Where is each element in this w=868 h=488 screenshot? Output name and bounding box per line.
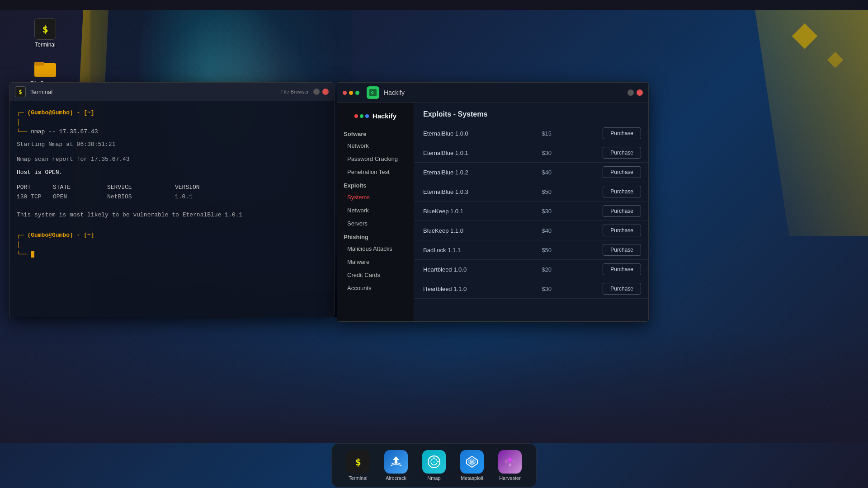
dock-nmap-icon (422, 450, 446, 474)
exploits-table: EternalBlue 1.0.0 $15 Purchase EternalBl… (414, 124, 648, 299)
purchase-button[interactable]: Purchase (603, 147, 641, 159)
folder-icon (34, 57, 56, 79)
table-row: BlueKeep 1.1.0 $40 Purchase (414, 221, 648, 240)
exploit-price: $30 (534, 143, 561, 163)
logo-dot-green (360, 114, 363, 118)
svg-rect-3 (372, 92, 374, 93)
dock-item-metasploit[interactable]: M Metasploit (455, 448, 489, 483)
dock-terminal-icon: $ (346, 450, 370, 474)
sidebar-item-malicious-attacks[interactable]: Malicious Attacks (337, 242, 414, 255)
purchase-button[interactable]: Purchase (603, 225, 641, 236)
vuln-text: This system is most likely to be vulnera… (17, 211, 242, 218)
exploit-price: $15 (534, 124, 561, 143)
terminal-close-button[interactable] (322, 89, 329, 95)
terminal-window-controls (313, 89, 329, 95)
terminal-cursor (31, 251, 34, 258)
terminal-icon-label: Terminal (35, 42, 55, 48)
terminal-window-icon: $ (15, 86, 26, 97)
sidebar-section-exploits: Exploits (337, 178, 414, 191)
sidebar-item-network-exploits[interactable]: Network (337, 204, 414, 217)
table-row: BlueKeep 1.0.1 $30 Purchase (414, 202, 648, 221)
col-version: VERSION (175, 183, 229, 192)
hackify-minimize-button[interactable] (627, 89, 634, 96)
table-row: BadLock 1.1.1 $50 Purchase (414, 240, 648, 260)
hackify-titlebar: Hackify (337, 83, 648, 103)
exploit-buy-cell: Purchase (561, 240, 648, 260)
sidebar-item-network-sofware[interactable]: Network (337, 139, 414, 152)
exploit-price: $50 (534, 182, 561, 202)
purchase-button[interactable]: Purchase (603, 127, 641, 139)
exploits-section-header: Exploits - Systems (414, 103, 648, 124)
purchase-button[interactable]: Purchase (603, 263, 641, 275)
sidebar-item-malware[interactable]: Malware (337, 255, 414, 268)
logo-dot-red (354, 114, 358, 118)
sidebar-item-servers[interactable]: Servers (337, 217, 414, 230)
port-table-row: 130 TCP OPEN NetBIOS 1.0.1 (17, 192, 327, 202)
table-row: Heartbleed 1.1.0 $30 Purchase (414, 279, 648, 299)
state-value: OPEN (53, 192, 107, 202)
dock-nmap-label: Nmap (427, 475, 440, 481)
exploit-name: BlueKeep 1.1.0 (414, 221, 534, 240)
terminal-window-subtitle: File Browser (281, 89, 309, 94)
dock-item-airocrack[interactable]: Airocrack (379, 448, 413, 483)
table-row: EternalBlue 1.0.2 $40 Purchase (414, 163, 648, 182)
dock-airocrack-icon (384, 450, 408, 474)
sidebar-section-sofware: Sofware (337, 127, 414, 139)
dock-terminal-label: Terminal (349, 475, 368, 481)
col-service: SERVICE (107, 183, 175, 192)
dock-item-harvester[interactable]: Harvester (493, 448, 527, 483)
prompt-line-1: ┌─ (Gumbo@Gumbo) - [~] (17, 109, 94, 116)
taskbar-dock: $ Terminal Airocrack (331, 443, 537, 488)
purchase-button[interactable]: Purchase (603, 244, 641, 256)
taskbar-bottom: $ Terminal Airocrack (0, 443, 868, 488)
table-row: EternalBlue 1.0.0 $15 Purchase (414, 124, 648, 143)
table-row: EternalBlue 1.0.1 $30 Purchase (414, 143, 648, 163)
exploit-buy-cell: Purchase (561, 124, 648, 143)
sidebar-item-penetration-test[interactable]: Penetration Test (337, 165, 414, 178)
exploit-price: $50 (534, 240, 561, 260)
terminal-content-area[interactable]: ┌─ (Gumbo@Gumbo) - [~] │ └── nmap -- 17.… (9, 101, 334, 317)
dock-harvester-icon (498, 450, 522, 474)
dock-harvester-label: Harvester (499, 475, 521, 481)
prompt-indent-4: └── (17, 251, 27, 258)
bg-bottom-gradient (0, 330, 868, 443)
terminal-titlebar: $ Terminal File Browser (9, 83, 334, 101)
exploit-name: BadLock 1.1.1 (414, 240, 534, 260)
exploit-buy-cell: Purchase (561, 163, 648, 182)
dock-item-terminal[interactable]: $ Terminal (341, 448, 375, 483)
sidebar-item-accounts[interactable]: Accounts (337, 282, 414, 295)
table-row: EternalBlue 1.0.3 $50 Purchase (414, 182, 648, 202)
sidebar-item-credit-cards[interactable]: Credit Cards (337, 268, 414, 282)
dock-item-nmap[interactable]: Nmap (417, 448, 451, 483)
exploit-price: $40 (534, 221, 561, 240)
dot-green (355, 91, 359, 95)
version-value: 1.0.1 (175, 192, 229, 202)
purchase-button[interactable]: Purchase (603, 166, 641, 178)
exploit-name: EternalBlue 1.0.0 (414, 124, 534, 143)
dock-airocrack-label: Airocrack (386, 475, 406, 481)
exploit-buy-cell: Purchase (561, 279, 648, 299)
prompt-indent-2: └── (17, 128, 27, 135)
hackify-window: Hackify Hackify Sofware Network Password… (337, 82, 649, 322)
sidebar-item-systems[interactable]: Systems (337, 191, 414, 204)
col-state: STATE (53, 183, 107, 192)
exploit-price: $30 (534, 279, 561, 299)
exploit-name: EternalBlue 1.0.3 (414, 182, 534, 202)
hackify-close-button[interactable] (637, 89, 643, 96)
exploit-buy-cell: Purchase (561, 143, 648, 163)
purchase-button[interactable]: Purchase (603, 205, 641, 217)
purchase-button[interactable]: Purchase (603, 186, 641, 197)
exploit-price: $40 (534, 163, 561, 182)
sidebar-item-password-cracking[interactable]: Password Cracking (337, 152, 414, 165)
terminal-minimize-button[interactable] (313, 89, 320, 95)
nmap-start-line: Starting Nmap at 06:38:51:21 (17, 141, 115, 148)
exploit-name: EternalBlue 1.0.1 (414, 143, 534, 163)
logo-text: Hackify (373, 112, 396, 120)
sidebar-section-phishing: Phishing (337, 230, 414, 242)
exploit-name: EternalBlue 1.0.2 (414, 163, 534, 182)
purchase-button[interactable]: Purchase (603, 283, 641, 295)
desktop-icon-terminal[interactable]: $ Terminal (27, 18, 63, 48)
logo-dots (354, 114, 369, 118)
nmap-report-line: Nmap scan report for 17.35.67.43 (17, 156, 130, 163)
hackify-app-icon (367, 86, 379, 99)
